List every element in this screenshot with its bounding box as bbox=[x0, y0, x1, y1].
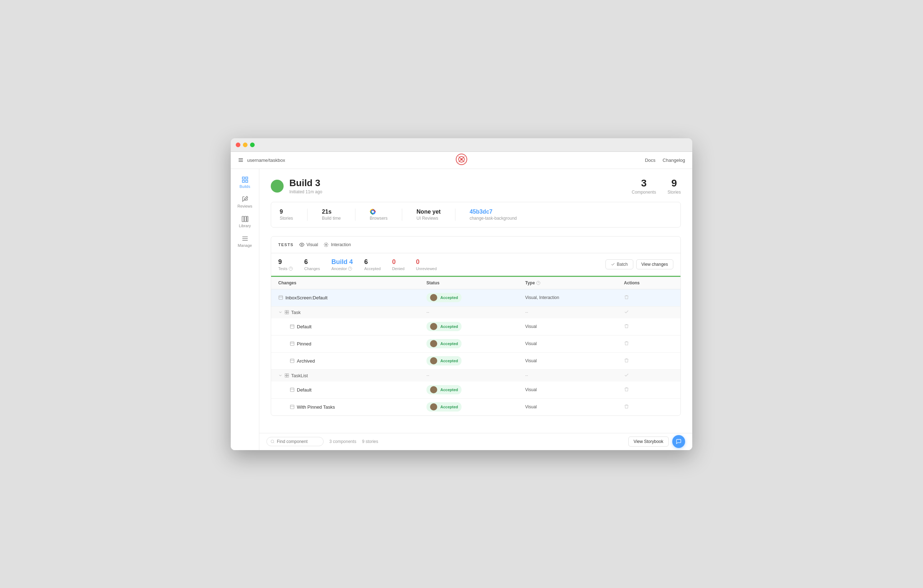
changes-count: 6 bbox=[304, 258, 320, 266]
action-cell[interactable] bbox=[624, 341, 673, 347]
fullscreen-button[interactable] bbox=[250, 143, 255, 147]
group-type: -- bbox=[525, 310, 624, 315]
info-divider-4 bbox=[455, 209, 455, 221]
tests-header: TESTS Visual bbox=[271, 237, 680, 253]
svg-point-19 bbox=[326, 244, 327, 245]
denied-count: 0 bbox=[392, 258, 405, 266]
build-title: Build 3 bbox=[289, 177, 322, 189]
svg-rect-9 bbox=[245, 180, 248, 182]
ui-reviews-label: UI Reviews bbox=[417, 216, 441, 221]
sidebar-item-reviews[interactable]: Reviews bbox=[231, 192, 259, 212]
topnav: username/taskbox Docs Changelog bbox=[231, 152, 692, 169]
view-storybook-button[interactable]: View Storybook bbox=[628, 437, 668, 447]
change-name: Pinned bbox=[278, 341, 427, 347]
accepted-stat: 6 Accepted bbox=[365, 258, 381, 271]
chrome-icon bbox=[370, 209, 376, 215]
build-stats: 3 Components 9 Stories bbox=[632, 177, 681, 195]
unreviewed-label: Unreviewed bbox=[416, 266, 437, 271]
status-cell: Accepted bbox=[427, 402, 526, 412]
status-cell: Accepted bbox=[427, 322, 526, 332]
component-icon bbox=[285, 373, 289, 378]
commit-hash-link[interactable]: 45b3dc7 bbox=[470, 209, 493, 215]
story-icon bbox=[290, 324, 295, 329]
status-badge: Accepted bbox=[427, 339, 462, 348]
menu-icon[interactable] bbox=[238, 157, 244, 163]
traffic-lights bbox=[236, 143, 255, 147]
action-cell[interactable] bbox=[624, 324, 673, 330]
chevron-down-icon bbox=[278, 373, 282, 378]
breadcrumb: username/taskbox bbox=[247, 158, 285, 163]
changelog-link[interactable]: Changelog bbox=[663, 158, 685, 163]
stories-info-label: Stories bbox=[280, 216, 293, 221]
svg-rect-26 bbox=[279, 296, 283, 300]
chat-fab-button[interactable] bbox=[672, 435, 685, 448]
info-divider-1 bbox=[307, 209, 307, 221]
build-subtitle: Initiated 11m ago bbox=[289, 189, 322, 194]
status-cell: Accepted bbox=[427, 293, 526, 302]
sidebar-item-label: Reviews bbox=[238, 204, 253, 208]
build-status-indicator bbox=[271, 180, 284, 192]
action-icon bbox=[624, 387, 629, 392]
action-cell[interactable] bbox=[624, 404, 673, 410]
unreviewed-stat: 0 Unreviewed bbox=[416, 258, 437, 271]
browsers-info: Browsers bbox=[370, 209, 388, 221]
story-icon bbox=[290, 404, 295, 409]
filter-visual[interactable]: Visual bbox=[299, 242, 318, 247]
action-icon bbox=[624, 341, 629, 346]
accepted-label: Accepted bbox=[365, 266, 381, 271]
type-cell: Visual bbox=[525, 324, 624, 329]
chat-icon bbox=[676, 439, 682, 444]
group-status: -- bbox=[427, 373, 526, 378]
svg-rect-41 bbox=[287, 376, 289, 378]
app-body: Builds Reviews Library bbox=[231, 169, 692, 450]
action-icon bbox=[624, 373, 629, 378]
unreviewed-count: 0 bbox=[416, 258, 437, 266]
svg-rect-42 bbox=[291, 388, 294, 392]
docs-link[interactable]: Docs bbox=[645, 158, 655, 163]
group-name[interactable]: TaskList bbox=[278, 373, 427, 378]
status-badge: Accepted bbox=[427, 356, 462, 365]
group-name[interactable]: Task bbox=[278, 310, 427, 315]
change-name: Default bbox=[278, 324, 427, 329]
action-icon bbox=[624, 404, 629, 409]
build-time-info: 21s Build time bbox=[322, 209, 341, 221]
action-icon bbox=[624, 295, 629, 300]
titlebar bbox=[231, 138, 692, 152]
svg-rect-44 bbox=[291, 405, 294, 409]
type-cell: Visual bbox=[525, 404, 624, 409]
find-component-input[interactable] bbox=[266, 437, 324, 446]
table-row: Archived Accepted Visual bbox=[271, 353, 680, 370]
type-cell: Visual bbox=[525, 358, 624, 363]
tests-section: TESTS Visual bbox=[271, 236, 681, 416]
changes-stat: 6 Changes bbox=[304, 258, 320, 271]
ancestor-stat: Build 4 Ancestor bbox=[332, 258, 353, 271]
minimize-button[interactable] bbox=[243, 143, 248, 147]
svg-rect-8 bbox=[242, 180, 244, 182]
svg-rect-28 bbox=[285, 310, 287, 312]
table-row: Default Accepted Visual bbox=[271, 381, 680, 399]
info-divider-3 bbox=[402, 209, 402, 221]
topnav-breadcrumb-area[interactable]: username/taskbox bbox=[238, 157, 285, 163]
change-name: Default bbox=[278, 387, 427, 393]
col-type: Type bbox=[525, 281, 624, 286]
close-button[interactable] bbox=[236, 143, 240, 147]
component-icon bbox=[285, 310, 289, 314]
group-type: -- bbox=[525, 373, 624, 378]
type-cell: Visual bbox=[525, 341, 624, 346]
sidebar-item-library[interactable]: Library bbox=[231, 212, 259, 232]
action-cell[interactable] bbox=[624, 295, 673, 301]
action-cell[interactable] bbox=[624, 387, 673, 393]
filter-interaction[interactable]: Interaction bbox=[324, 242, 351, 247]
view-changes-button[interactable]: View changes bbox=[636, 260, 674, 269]
sidebar-item-manage[interactable]: Manage bbox=[231, 232, 259, 251]
action-cell[interactable] bbox=[624, 358, 673, 364]
svg-rect-40 bbox=[285, 376, 287, 378]
tests-stats-row: 9 Tests 6 bbox=[271, 253, 680, 277]
group-action bbox=[624, 373, 673, 379]
commit-branch: change-task-background bbox=[470, 216, 517, 221]
batch-button[interactable]: Batch bbox=[606, 260, 633, 269]
sidebar-item-builds[interactable]: Builds bbox=[231, 172, 259, 192]
table-row-group: TaskList -- -- bbox=[271, 370, 680, 381]
stories-count: 9 bbox=[668, 177, 681, 189]
ancestor-value[interactable]: Build 4 bbox=[332, 258, 353, 266]
